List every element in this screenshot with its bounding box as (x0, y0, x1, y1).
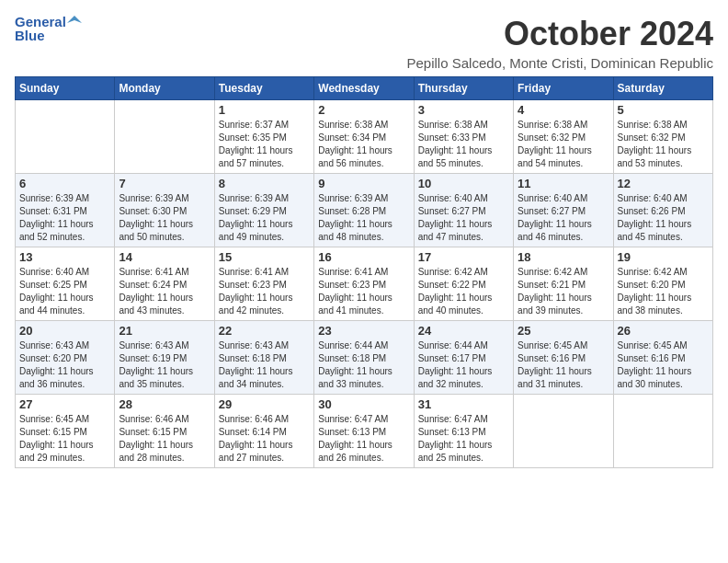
calendar-cell (16, 100, 115, 174)
calendar-cell: 21Sunrise: 6:43 AM Sunset: 6:19 PM Dayli… (115, 321, 214, 395)
day-number: 12 (618, 177, 709, 190)
day-info: Sunrise: 6:42 AM Sunset: 6:20 PM Dayligh… (618, 266, 709, 317)
day-number: 4 (518, 103, 609, 117)
day-info: Sunrise: 6:43 AM Sunset: 6:18 PM Dayligh… (219, 339, 310, 391)
day-number: 5 (618, 103, 709, 117)
day-number: 17 (418, 250, 509, 264)
calendar-cell: 29Sunrise: 6:46 AM Sunset: 6:14 PM Dayli… (214, 395, 313, 468)
calendar-cell: 16Sunrise: 6:41 AM Sunset: 6:23 PM Dayli… (314, 247, 414, 321)
logo-blue: Blue (15, 29, 82, 44)
calendar-cell: 3Sunrise: 6:38 AM Sunset: 6:33 PM Daylig… (414, 100, 513, 174)
calendar-cell: 19Sunrise: 6:42 AM Sunset: 6:20 PM Dayli… (613, 247, 712, 321)
calendar-week-row: 20Sunrise: 6:43 AM Sunset: 6:20 PM Dayli… (16, 321, 713, 395)
calendar-cell: 31Sunrise: 6:47 AM Sunset: 6:13 PM Dayli… (414, 395, 513, 468)
calendar-cell: 20Sunrise: 6:43 AM Sunset: 6:20 PM Dayli… (16, 321, 115, 395)
day-number: 13 (19, 250, 110, 264)
day-info: Sunrise: 6:41 AM Sunset: 6:23 PM Dayligh… (219, 266, 310, 317)
calendar-cell (514, 395, 613, 468)
day-number: 29 (219, 397, 310, 411)
calendar-cell: 27Sunrise: 6:45 AM Sunset: 6:15 PM Dayli… (16, 395, 115, 468)
calendar-cell: 24Sunrise: 6:44 AM Sunset: 6:17 PM Dayli… (414, 321, 513, 395)
day-info: Sunrise: 6:40 AM Sunset: 6:25 PM Dayligh… (19, 266, 110, 317)
day-number: 11 (518, 177, 609, 190)
calendar-cell: 26Sunrise: 6:45 AM Sunset: 6:16 PM Dayli… (613, 321, 712, 395)
day-info: Sunrise: 6:38 AM Sunset: 6:34 PM Dayligh… (318, 119, 409, 170)
day-info: Sunrise: 6:40 AM Sunset: 6:27 PM Dayligh… (418, 192, 509, 244)
weekday-header-sunday: Sunday (16, 77, 115, 100)
calendar-cell (115, 100, 214, 174)
calendar-week-row: 27Sunrise: 6:45 AM Sunset: 6:15 PM Dayli… (16, 395, 713, 468)
calendar-cell: 18Sunrise: 6:42 AM Sunset: 6:21 PM Dayli… (514, 247, 613, 321)
day-number: 21 (119, 324, 210, 338)
day-info: Sunrise: 6:47 AM Sunset: 6:13 PM Dayligh… (418, 413, 509, 465)
logo: General Blue (15, 15, 82, 43)
day-info: Sunrise: 6:45 AM Sunset: 6:16 PM Dayligh… (518, 339, 609, 391)
day-number: 3 (418, 103, 509, 117)
day-number: 1 (219, 103, 310, 117)
day-info: Sunrise: 6:40 AM Sunset: 6:27 PM Dayligh… (518, 192, 609, 244)
day-info: Sunrise: 6:46 AM Sunset: 6:14 PM Dayligh… (219, 413, 310, 465)
day-number: 20 (19, 324, 110, 338)
weekday-header-wednesday: Wednesday (314, 77, 414, 100)
calendar-cell: 17Sunrise: 6:42 AM Sunset: 6:22 PM Dayli… (414, 247, 513, 321)
weekday-header-row: SundayMondayTuesdayWednesdayThursdayFrid… (16, 77, 713, 100)
logo-bird-icon (67, 14, 82, 29)
calendar-week-row: 13Sunrise: 6:40 AM Sunset: 6:25 PM Dayli… (16, 247, 713, 321)
day-info: Sunrise: 6:45 AM Sunset: 6:15 PM Dayligh… (19, 413, 110, 465)
day-info: Sunrise: 6:38 AM Sunset: 6:33 PM Dayligh… (418, 119, 509, 170)
day-info: Sunrise: 6:39 AM Sunset: 6:29 PM Dayligh… (219, 192, 310, 244)
day-number: 31 (418, 397, 509, 411)
day-info: Sunrise: 6:39 AM Sunset: 6:28 PM Dayligh… (318, 192, 409, 244)
calendar-cell: 10Sunrise: 6:40 AM Sunset: 6:27 PM Dayli… (414, 174, 513, 247)
day-number: 9 (318, 177, 409, 190)
day-info: Sunrise: 6:43 AM Sunset: 6:19 PM Dayligh… (119, 339, 210, 391)
page-header: General Blue October 2024 Pepillo Salced… (15, 15, 713, 71)
day-info: Sunrise: 6:39 AM Sunset: 6:30 PM Dayligh… (119, 192, 210, 244)
day-number: 30 (318, 397, 409, 411)
month-title: October 2024 (407, 15, 714, 53)
day-info: Sunrise: 6:38 AM Sunset: 6:32 PM Dayligh… (618, 119, 709, 170)
day-number: 10 (418, 177, 509, 190)
day-number: 6 (19, 177, 110, 190)
calendar-cell: 23Sunrise: 6:44 AM Sunset: 6:18 PM Dayli… (314, 321, 414, 395)
day-info: Sunrise: 6:44 AM Sunset: 6:18 PM Dayligh… (318, 339, 409, 391)
calendar-table: SundayMondayTuesdayWednesdayThursdayFrid… (15, 76, 713, 468)
day-number: 18 (518, 250, 609, 264)
day-info: Sunrise: 6:40 AM Sunset: 6:26 PM Dayligh… (618, 192, 709, 244)
calendar-week-row: 1Sunrise: 6:37 AM Sunset: 6:35 PM Daylig… (16, 100, 713, 174)
day-number: 27 (19, 397, 110, 411)
weekday-header-friday: Friday (514, 77, 613, 100)
title-section: October 2024 Pepillo Salcedo, Monte Cris… (407, 15, 714, 71)
day-number: 28 (119, 397, 210, 411)
weekday-header-tuesday: Tuesday (214, 77, 313, 100)
day-number: 19 (618, 250, 709, 264)
calendar-cell: 5Sunrise: 6:38 AM Sunset: 6:32 PM Daylig… (613, 100, 712, 174)
day-number: 16 (318, 250, 409, 264)
calendar-cell: 6Sunrise: 6:39 AM Sunset: 6:31 PM Daylig… (16, 174, 115, 247)
day-number: 26 (618, 324, 709, 338)
day-info: Sunrise: 6:47 AM Sunset: 6:13 PM Dayligh… (318, 413, 409, 465)
calendar-cell: 9Sunrise: 6:39 AM Sunset: 6:28 PM Daylig… (314, 174, 414, 247)
weekday-header-thursday: Thursday (414, 77, 513, 100)
day-info: Sunrise: 6:45 AM Sunset: 6:16 PM Dayligh… (618, 339, 709, 391)
calendar-cell: 4Sunrise: 6:38 AM Sunset: 6:32 PM Daylig… (514, 100, 613, 174)
calendar-cell: 25Sunrise: 6:45 AM Sunset: 6:16 PM Dayli… (514, 321, 613, 395)
calendar-cell (613, 395, 712, 468)
day-number: 24 (418, 324, 509, 338)
weekday-header-monday: Monday (115, 77, 214, 100)
calendar-cell: 13Sunrise: 6:40 AM Sunset: 6:25 PM Dayli… (16, 247, 115, 321)
calendar-cell: 7Sunrise: 6:39 AM Sunset: 6:30 PM Daylig… (115, 174, 214, 247)
day-info: Sunrise: 6:38 AM Sunset: 6:32 PM Dayligh… (518, 119, 609, 170)
calendar-cell: 8Sunrise: 6:39 AM Sunset: 6:29 PM Daylig… (214, 174, 313, 247)
day-info: Sunrise: 6:44 AM Sunset: 6:17 PM Dayligh… (418, 339, 509, 391)
calendar-cell: 14Sunrise: 6:41 AM Sunset: 6:24 PM Dayli… (115, 247, 214, 321)
day-info: Sunrise: 6:43 AM Sunset: 6:20 PM Dayligh… (19, 339, 110, 391)
day-info: Sunrise: 6:41 AM Sunset: 6:23 PM Dayligh… (318, 266, 409, 317)
day-number: 2 (318, 103, 409, 117)
calendar-cell: 28Sunrise: 6:46 AM Sunset: 6:15 PM Dayli… (115, 395, 214, 468)
day-number: 7 (119, 177, 210, 190)
calendar-cell: 22Sunrise: 6:43 AM Sunset: 6:18 PM Dayli… (214, 321, 313, 395)
day-number: 23 (318, 324, 409, 338)
weekday-header-saturday: Saturday (613, 77, 712, 100)
calendar-cell: 12Sunrise: 6:40 AM Sunset: 6:26 PM Dayli… (613, 174, 712, 247)
